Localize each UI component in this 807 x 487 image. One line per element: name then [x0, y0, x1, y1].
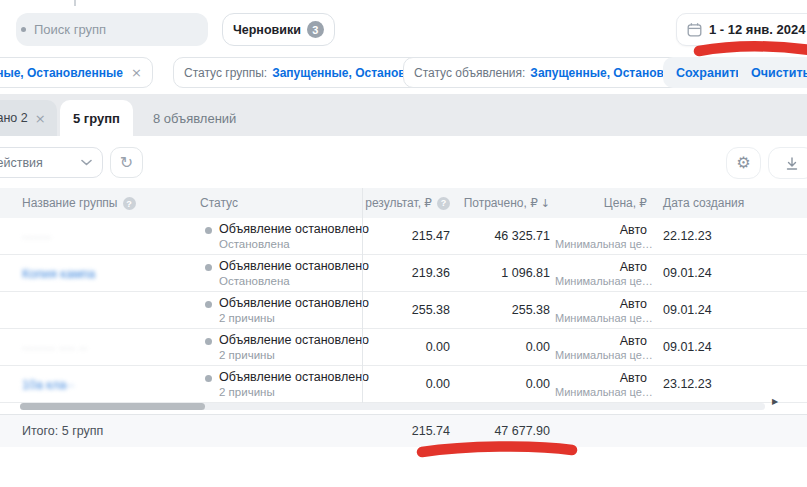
group-name-link-redacted[interactable]: 10а кла·· [22, 378, 75, 392]
cost-per-result-value: 215.47 [362, 229, 455, 243]
drafts-count-badge: 3 [307, 21, 324, 38]
gear-icon: ⚙ [736, 155, 750, 171]
status-text: Объявление остановлено [219, 333, 369, 347]
ads-groups-screen: Черновики 3 1 - 12 янв. 2024 Запущенные,… [0, 0, 807, 487]
cost-per-result-value: 0.00 [362, 340, 455, 354]
price-mode: Авто [555, 334, 647, 348]
status-detail: 2 причины [219, 386, 369, 398]
close-icon[interactable]: × [35, 112, 46, 125]
cost-per-result-value: 0.00 [362, 377, 455, 391]
table-row: 10а кла··Объявление остановлено2 причины… [0, 366, 807, 403]
column-header-created[interactable]: Дата создания [655, 196, 745, 210]
created-date: 09.01.24 [655, 303, 745, 317]
chevron-down-icon [81, 159, 92, 166]
red-underline-date-range [699, 46, 807, 51]
status-detail: 2 причины [219, 349, 369, 361]
drafts-button-label: Черновики [233, 23, 301, 37]
price-strategy: Минимальная це… [555, 349, 647, 361]
spent-value: 0.00 [455, 377, 555, 391]
price-strategy: Минимальная це… [555, 312, 647, 324]
calendar-icon [687, 22, 702, 37]
filter-chip-campaign-status[interactable]: Запущенные, Остановленные × [0, 57, 153, 88]
status-text: Объявление остановлено [219, 370, 369, 384]
status-dot-icon [205, 264, 212, 271]
sort-descending-icon: ↓ [541, 197, 550, 210]
settings-button[interactable]: ⚙ [726, 147, 761, 179]
status-text: Объявление остановлено [219, 259, 369, 273]
totals-cost-per-result: 215.74 [362, 424, 455, 438]
export-button[interactable] [768, 147, 807, 179]
status-detail: Остановлена [219, 238, 369, 250]
price-mode: Авто [555, 223, 647, 237]
group-name-link-redacted[interactable]: ········ ···· ·· [22, 341, 87, 355]
help-icon[interactable]: ? [437, 197, 450, 210]
column-header-price[interactable]: Цена, ₽ [555, 196, 655, 210]
filter-chip-prefix: Статус объявления: [414, 66, 525, 80]
created-date: 09.01.24 [655, 266, 745, 280]
table-body: ·······Объявление остановленоОстановлена… [0, 218, 807, 403]
status-text: Объявление остановлено [219, 296, 369, 310]
date-range-picker[interactable]: 1 - 12 янв. 2024 [676, 13, 807, 46]
drafts-button[interactable]: Черновики 3 [222, 13, 335, 46]
status-detail: Остановлена [219, 275, 369, 287]
totals-label: Итого: 5 групп [0, 424, 362, 438]
table-header: Название группы? Статус на за результат,… [0, 188, 807, 218]
download-icon [785, 156, 799, 171]
created-date: 09.01.24 [655, 340, 745, 354]
horizontal-scrollbar-track[interactable] [20, 403, 765, 410]
filter-chip-value: Запущенные, Остановленные [0, 66, 123, 80]
group-name-link-redacted[interactable]: ······· [22, 230, 51, 244]
status-dot-icon [205, 375, 212, 382]
table-row: ·······Объявление остановленоОстановлена… [0, 218, 807, 255]
column-header-cost-per-result[interactable]: на за результат, ₽? [362, 188, 455, 218]
tab-ads[interactable]: 8 объявлений [140, 100, 249, 136]
status-dot-icon [205, 301, 212, 308]
created-date: 23.12.23 [655, 377, 745, 391]
column-header-spent[interactable]: Потрачено, ₽↓ [455, 196, 555, 210]
selection-chip-tab[interactable]: Выбрано 2 × [0, 100, 57, 136]
table-totals-row: Итого: 5 групп 215.74 47 677.90 [0, 414, 807, 447]
refresh-button[interactable]: ↻ [110, 147, 143, 178]
spent-value: 46 325.71 [455, 229, 555, 243]
search-icon [21, 27, 26, 32]
table-row: Объявление остановлено2 причины255.38255… [0, 292, 807, 329]
tab-groups[interactable]: 5 групп [60, 100, 133, 136]
table-row: Копия кампаОбъявление остановленоОстанов… [0, 255, 807, 292]
search-input[interactable] [16, 13, 208, 46]
spent-value: 0.00 [455, 340, 555, 354]
price-mode: Авто [555, 260, 647, 274]
column-header-label: Потрачено, ₽ [464, 196, 538, 210]
close-icon[interactable]: × [131, 66, 142, 79]
scroll-right-arrow[interactable]: ▶ [772, 398, 778, 406]
status-dot-icon [205, 227, 212, 234]
date-range-label: 1 - 12 янв. 2024 [709, 22, 805, 37]
column-header-group-name: Название группы? [22, 196, 200, 211]
column-header-status: Статус [200, 196, 362, 210]
totals-spent: 47 677.90 [455, 424, 555, 438]
price-strategy: Минимальная це… [555, 386, 647, 398]
refresh-icon: ↻ [120, 155, 133, 171]
actions-dropdown[interactable]: Действия [0, 147, 103, 178]
cost-per-result-value: 219.36 [362, 266, 455, 280]
help-icon[interactable]: ? [123, 197, 136, 210]
fixed-columns-divider [362, 188, 363, 403]
status-dot-icon [205, 338, 212, 345]
price-strategy: Минимальная це… [555, 238, 647, 250]
horizontal-scrollbar-thumb[interactable] [20, 403, 205, 410]
column-header-label: на за результат, ₽ [362, 196, 432, 210]
cost-per-result-value: 255.38 [362, 303, 455, 317]
price-mode: Авто [555, 297, 647, 311]
created-date: 22.12.23 [655, 229, 745, 243]
price-mode: Авто [555, 371, 647, 385]
selection-chip-label: Выбрано 2 [0, 111, 28, 125]
price-strategy: Минимальная це… [555, 275, 647, 287]
status-text: Объявление остановлено [219, 222, 369, 236]
spent-value: 255.38 [455, 303, 555, 317]
filter-chip-prefix: Статус группы: [184, 66, 267, 80]
group-name-link-redacted[interactable]: Копия кампа [22, 267, 95, 281]
cropped-ui-artifact [74, 0, 76, 6]
clear-filters-button[interactable]: Очистить [738, 57, 807, 88]
spent-value: 1 096.81 [455, 266, 555, 280]
red-underline-totals [422, 446, 572, 452]
table-row: ········ ···· ··Объявление остановлено2 … [0, 329, 807, 366]
